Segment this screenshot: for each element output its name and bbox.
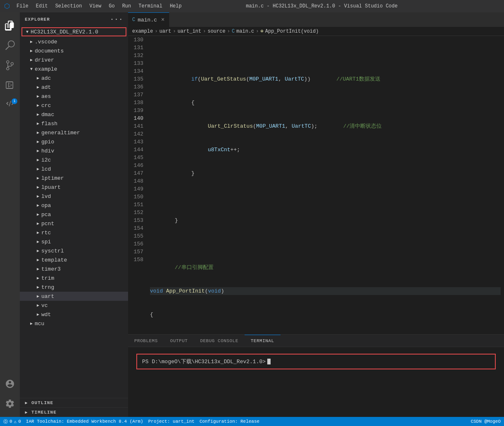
code-editor[interactable]: 130 131 132 133 134 135 136 137 138 139 … xyxy=(128,36,504,334)
tree-item-dmac[interactable]: ▶ dmac xyxy=(20,110,128,119)
wdt-arrow-icon: ▶ xyxy=(35,311,41,318)
tab-problems[interactable]: PROBLEMS xyxy=(128,335,164,347)
activity-bottom xyxy=(0,374,20,417)
status-right: CSDN @MogeO xyxy=(471,419,501,424)
tree-item-documents[interactable]: ▶ documents xyxy=(20,46,128,55)
code-content: if(Uart_GetStatus(M0P_UART1, UartTC)) //… xyxy=(147,36,504,334)
tree-item-flash[interactable]: ▶ flash xyxy=(20,119,128,128)
tree-item-example[interactable]: ▼ example xyxy=(20,64,128,74)
menu-edit[interactable]: Edit xyxy=(33,2,51,10)
terminal-cursor xyxy=(267,359,271,364)
titlebar: ⬡ File Edit Selection View Go Run Termin… xyxy=(0,0,504,12)
tree-item-generaltimer[interactable]: ▶ generaltimer xyxy=(20,128,128,137)
tree-item-pcnt[interactable]: ▶ pcnt xyxy=(20,219,128,228)
tree-item-rtc[interactable]: ▶ rtc xyxy=(20,228,128,237)
adc-arrow-icon: ▶ xyxy=(35,75,41,81)
tree-item-timer3[interactable]: ▶ timer3 xyxy=(20,264,128,274)
tree-item-template[interactable]: ▶ template xyxy=(20,255,128,264)
pcnt-arrow-icon: ▶ xyxy=(35,220,41,227)
menu-help[interactable]: Help xyxy=(166,2,185,10)
status-left: ⓪ 0 ⚠ 0 IAR Toolchain: Embedded Workbenc… xyxy=(3,419,259,425)
breadcrumb-function[interactable]: App_PortInit(void) xyxy=(265,29,319,34)
tree-item-crc[interactable]: ▶ crc xyxy=(20,101,128,110)
tree-item-trng[interactable]: ▶ trng xyxy=(20,283,128,292)
menu-run[interactable]: Run xyxy=(119,2,135,10)
tab-terminal[interactable]: TERMINAL xyxy=(245,335,281,347)
tree-root[interactable]: ▼ HC32L13X_DDL_REV2.1.0 xyxy=(21,27,126,36)
code-line-139: //串口引脚配置 xyxy=(150,264,501,271)
tree-item-i2c[interactable]: ▶ i2c xyxy=(20,155,128,164)
tree-item-lcd[interactable]: ▶ lcd xyxy=(20,164,128,174)
tree-item-opa[interactable]: ▶ opa xyxy=(20,201,128,210)
status-errors[interactable]: ⓪ 0 ⚠ 0 xyxy=(3,419,21,425)
breadcrumb-uart[interactable]: uart xyxy=(159,29,171,34)
timeline-header[interactable]: ▶ TIMELINE xyxy=(20,408,128,417)
breadcrumb-mainc[interactable]: main.c xyxy=(236,29,254,34)
tree-item-pca[interactable]: ▶ pca xyxy=(20,210,128,219)
tree-item-vscode[interactable]: ▶ .vscode xyxy=(20,37,128,46)
outline-header[interactable]: ▶ OUTLINE xyxy=(20,398,128,407)
tree-item-hdiv[interactable]: ▶ hdiv xyxy=(20,146,128,155)
tree-item-uart[interactable]: ▶ uart xyxy=(20,292,128,301)
tree-item-sysctrl[interactable]: ▶ sysctrl xyxy=(20,246,128,255)
tree-item-mcu[interactable]: ▶ mcu xyxy=(20,319,128,328)
timer3-label: timer3 xyxy=(41,266,61,272)
tab-close-icon[interactable]: × xyxy=(161,17,164,23)
tree-item-trim[interactable]: ▶ trim xyxy=(20,274,128,283)
activity-run-icon[interactable] xyxy=(0,75,20,95)
menu-view[interactable]: View xyxy=(86,2,105,10)
tree-item-adc[interactable]: ▶ adc xyxy=(20,74,128,83)
pca-arrow-icon: ▶ xyxy=(35,211,41,218)
gpio-arrow-icon: ▶ xyxy=(35,138,41,145)
tab-debug-console[interactable]: DEBUG CONSOLE xyxy=(194,335,244,347)
tree-item-lvd[interactable]: ▶ lvd xyxy=(20,192,128,201)
tree-item-adt[interactable]: ▶ adt xyxy=(20,83,128,92)
i2c-arrow-icon: ▶ xyxy=(35,157,41,163)
tree-item-spi[interactable]: ▶ spi xyxy=(20,237,128,246)
tree-item-wdt[interactable]: ▶ wdt xyxy=(20,310,128,319)
activity-search-icon[interactable] xyxy=(0,36,20,55)
breadcrumb-example[interactable]: example xyxy=(132,29,153,34)
menu-terminal[interactable]: Terminal xyxy=(135,2,166,10)
flash-label: flash xyxy=(41,121,57,127)
vscode-arrow-icon: ▶ xyxy=(28,38,35,45)
lpuart-label: lpuart xyxy=(41,184,61,190)
uart-arrow-icon: ▶ xyxy=(35,293,41,300)
activity-extensions-icon[interactable]: 1 xyxy=(0,95,20,115)
rtc-label: rtc xyxy=(41,230,51,236)
tab-output[interactable]: OUTPUT xyxy=(164,335,194,347)
breadcrumb-sep4: › xyxy=(227,29,230,34)
more-actions-icon[interactable]: ··· xyxy=(110,16,123,23)
vc-label: vc xyxy=(41,302,48,309)
extensions-badge: 1 xyxy=(12,98,17,104)
activity-settings-icon[interactable] xyxy=(0,394,20,414)
sidebar: EXPLORER ··· ▼ HC32L13X_DDL_REV2.1.0 ▶ .… xyxy=(20,12,128,417)
status-toolchain[interactable]: IAR Toolchain: Embedded Workbench 8.4 (A… xyxy=(26,419,143,424)
tree-item-driver[interactable]: ▶ driver xyxy=(20,55,128,64)
menu-file[interactable]: File xyxy=(13,2,32,10)
tree-item-aes[interactable]: ▶ aes xyxy=(20,92,128,101)
terminal-prompt[interactable]: PS D:\mogeO\下载\HC32L13x_DDL_Rev2.1.0> xyxy=(136,354,496,369)
tree-item-lptimer[interactable]: ▶ lptimer xyxy=(20,174,128,183)
activity-source-control-icon[interactable] xyxy=(0,55,20,75)
status-author[interactable]: CSDN @MogeO xyxy=(471,419,501,424)
activity-explorer-icon[interactable] xyxy=(0,16,20,36)
tab-main-c[interactable]: C main.c × xyxy=(128,12,169,27)
breadcrumb-source[interactable]: source xyxy=(207,29,225,34)
code-line-135: } xyxy=(150,169,501,177)
activity-bar: 1 xyxy=(0,12,20,417)
tree-item-gpio[interactable]: ▶ gpio xyxy=(20,137,128,146)
breadcrumb: example › uart › uart_int › source › C m… xyxy=(128,27,504,36)
status-config[interactable]: Configuration: Release xyxy=(200,419,259,424)
tree-item-vc[interactable]: ▶ vc xyxy=(20,301,128,310)
status-project[interactable]: Project: uart_int xyxy=(148,419,195,424)
menu-selection[interactable]: Selection xyxy=(52,2,86,10)
error-icon: ⓪ xyxy=(3,419,8,425)
lptimer-label: lptimer xyxy=(41,175,64,181)
code-line-134: u8TxCnt++; xyxy=(150,146,501,154)
menu-go[interactable]: Go xyxy=(105,2,118,10)
aes-arrow-icon: ▶ xyxy=(35,93,41,100)
breadcrumb-uart-int[interactable]: uart_int xyxy=(178,29,202,34)
activity-account-icon[interactable] xyxy=(0,374,20,394)
tree-item-lpuart[interactable]: ▶ lpuart xyxy=(20,183,128,192)
